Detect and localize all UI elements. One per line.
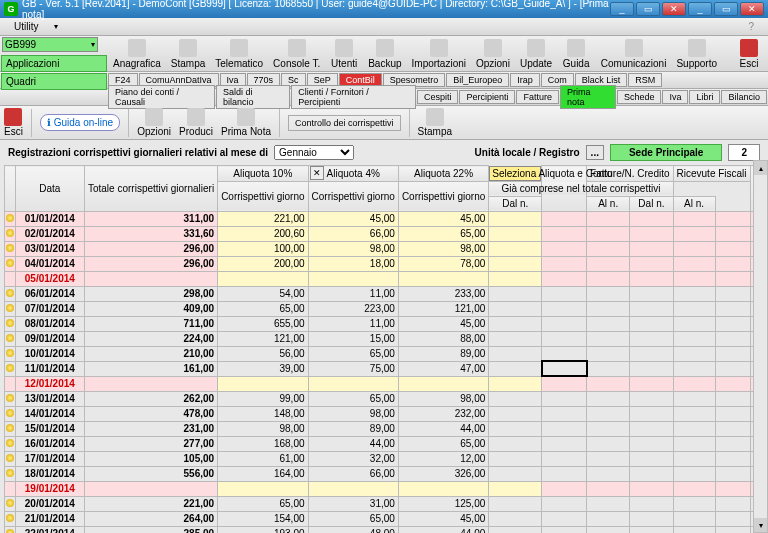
tab-Bil_Europeo[interactable]: Bil_Europeo: [446, 73, 509, 87]
table-row[interactable]: 20/01/2014221,0065,0031,00125,00: [5, 496, 764, 511]
table-row[interactable]: 16/01/2014277,00168,0044,0065,00: [5, 436, 764, 451]
table-row[interactable]: 19/01/2014: [5, 481, 764, 496]
tb-supporto[interactable]: Supporto: [671, 37, 722, 71]
table-row[interactable]: 06/01/2014298,0054,0011,00233,00: [5, 286, 764, 301]
tb-backup[interactable]: Backup: [363, 37, 406, 71]
tab-Bilancio[interactable]: Bilancio: [721, 90, 767, 104]
table-row[interactable]: 03/01/2014296,00100,0098,0098,00: [5, 241, 764, 256]
child-minimize-button[interactable]: _: [688, 2, 712, 16]
window-title: GB - Ver. 5.1 [Rev.2041] - DemoCont [GB9…: [22, 0, 610, 20]
esci-button[interactable]: Esci: [730, 37, 768, 71]
tb-guida[interactable]: Guida: [557, 37, 595, 71]
table-row[interactable]: 13/01/2014262,0099,0065,0098,00: [5, 391, 764, 406]
row-marker-icon: [6, 229, 14, 237]
controllo-corrispettivi-button[interactable]: Controllo dei corrispettivi: [288, 115, 401, 131]
stampa-button[interactable]: Stampa: [418, 108, 452, 137]
corrispettivi-grid[interactable]: Data Totale corrispettivi giornalieri Al…: [4, 165, 764, 533]
table-row[interactable]: 17/01/2014105,0061,0032,0012,00: [5, 451, 764, 466]
app-icon: G: [4, 2, 18, 16]
table-row[interactable]: 12/01/2014: [5, 376, 764, 391]
print-icon: [426, 108, 444, 126]
table-row[interactable]: 21/01/2014264,00154,0065,0045,00: [5, 511, 764, 526]
col-ricevute: Ricevute Fiscali: [673, 166, 750, 182]
tb-anagrafica[interactable]: Anagrafica: [108, 37, 166, 71]
produci-button[interactable]: Produci: [179, 108, 213, 137]
month-select[interactable]: Gennaio: [274, 145, 354, 160]
tb-stampa[interactable]: Stampa: [166, 37, 210, 71]
table-row[interactable]: 01/01/2014311,00221,0045,0045,00: [5, 211, 764, 226]
scroll-down-button[interactable]: ▾: [754, 518, 767, 532]
tb-console t.[interactable]: Console T.: [268, 37, 325, 71]
table-row[interactable]: 09/01/2014224,00121,0015,0088,00: [5, 331, 764, 346]
tab-Fatture[interactable]: Fatture: [516, 90, 559, 104]
registro-num: 2: [728, 144, 760, 161]
tb-opzioni[interactable]: Opzioni: [471, 37, 515, 71]
titlebar: G GB - Ver. 5.1 [Rev.2041] - DemoCont [G…: [0, 0, 768, 18]
sede-box: Sede Principale: [610, 144, 722, 161]
row-marker-icon: [6, 409, 14, 417]
restore-button[interactable]: ▭: [636, 2, 660, 16]
tb-update[interactable]: Update: [515, 37, 557, 71]
table-row[interactable]: 18/01/2014556,00164,0066,00326,00: [5, 466, 764, 481]
tab-RSM[interactable]: RSM: [628, 73, 662, 87]
sub-esci-button[interactable]: Esci: [4, 108, 23, 137]
child-close-button[interactable]: ✕: [740, 2, 764, 16]
table-row[interactable]: 07/01/2014409,0065,00223,00121,00: [5, 301, 764, 316]
tb-importazioni[interactable]: Importazioni: [407, 37, 471, 71]
table-row[interactable]: 22/01/2014285,00193,0048,0044,00: [5, 526, 764, 533]
table-row[interactable]: 11/01/2014161,0039,0075,0047,00: [5, 361, 764, 376]
col-data[interactable]: Data: [15, 166, 84, 212]
table-row[interactable]: 10/01/2014210,0056,0065,0089,00: [5, 346, 764, 361]
prima-nota-button[interactable]: Prima Nota: [221, 108, 271, 137]
close-column-button[interactable]: ✕: [310, 166, 324, 180]
row-marker-icon: [6, 259, 14, 267]
row-marker-icon: [6, 289, 14, 297]
table-row[interactable]: 08/01/2014711,00655,0011,0045,00: [5, 316, 764, 331]
applicazioni-button[interactable]: Applicazioni: [1, 55, 107, 72]
ditta-select[interactable]: GB999▾: [2, 37, 98, 52]
scroll-up-button[interactable]: ▴: [754, 161, 767, 175]
row-marker-icon: [6, 304, 14, 312]
table-row[interactable]: 04/01/2014296,00200,0018,0078,00: [5, 256, 764, 271]
tab-Clienti / Fornitori / Percipienti[interactable]: Clienti / Fornitori / Percipienti: [291, 85, 416, 109]
child-restore-button[interactable]: ▭: [714, 2, 738, 16]
table-row[interactable]: 14/01/2014478,00148,0098,00232,00: [5, 406, 764, 421]
minimize-button[interactable]: _: [610, 2, 634, 16]
tb-telematico[interactable]: Telematico: [210, 37, 268, 71]
table-row[interactable]: 05/01/2014: [5, 271, 764, 286]
quadri-button[interactable]: Quadri: [1, 73, 107, 90]
menu-help[interactable]: ?: [740, 21, 762, 32]
guida-online-button[interactable]: ℹ Guida on-line: [40, 114, 120, 131]
registro-dots-button[interactable]: ...: [586, 145, 604, 160]
table-row[interactable]: 15/01/2014231,0098,0089,0044,00: [5, 421, 764, 436]
row-marker-icon: [6, 319, 14, 327]
tab-Prima nota[interactable]: Prima nota: [560, 85, 616, 109]
opzioni-button[interactable]: Opzioni: [137, 108, 171, 137]
col-seleziona[interactable]: Seleziona Aliquota e Conto: [489, 166, 541, 181]
tab-Iva[interactable]: Iva: [662, 90, 688, 104]
tab-Schede[interactable]: Schede: [617, 90, 662, 104]
row-marker-icon: [6, 364, 14, 372]
menu-utility[interactable]: Utility: [6, 21, 46, 32]
close-button[interactable]: ✕: [662, 2, 686, 16]
vertical-scrollbar[interactable]: ▴ ▾: [753, 160, 768, 533]
row-marker-icon: [6, 334, 14, 342]
row-marker-icon: [6, 499, 14, 507]
tab-row-2: Piano dei conti / CausaliSaldi di bilanc…: [0, 89, 768, 106]
table-row[interactable]: 02/01/2014331,60200,6066,0065,00: [5, 226, 764, 241]
tab-Saldi di bilancio[interactable]: Saldi di bilancio: [216, 85, 290, 109]
tab-Irap[interactable]: Irap: [510, 73, 540, 87]
row-marker-icon: [6, 424, 14, 432]
col-aliq22[interactable]: Aliquota 22%: [398, 166, 488, 182]
tab-Piano dei conti / Causali[interactable]: Piano dei conti / Causali: [108, 85, 215, 109]
col-aliq10[interactable]: Aliquota 10%: [218, 166, 308, 182]
tab-Cespiti[interactable]: Cespiti: [417, 90, 459, 104]
tab-Percipienti[interactable]: Percipienti: [459, 90, 515, 104]
exit-icon: [4, 108, 22, 126]
col-totale[interactable]: Totale corrispettivi giornalieri: [84, 166, 217, 212]
tb-utenti[interactable]: Utenti: [325, 37, 363, 71]
row-marker-icon: [6, 394, 14, 402]
tb-comunicazioni[interactable]: Comunicazioni: [596, 37, 672, 71]
tab-Libri[interactable]: Libri: [689, 90, 720, 104]
heading-text: Registrazioni corrispettivi giornalieri …: [8, 147, 268, 158]
